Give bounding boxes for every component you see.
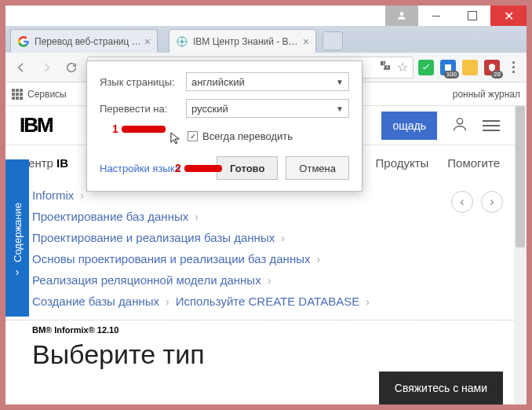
svg-rect-5 [445,64,451,71]
crumb-link[interactable]: Создание базы данных [32,295,159,308]
google-favicon [17,35,30,48]
svg-point-6 [457,118,462,123]
close-button[interactable]: ✕ [490,5,527,26]
product-version-label: BM® Informix® 12.10 [5,320,514,336]
star-icon[interactable]: ☆ [397,60,408,75]
select-value: английский [191,76,245,88]
chevron-right-icon: › [195,210,199,223]
tab-close-icon[interactable]: × [144,35,151,48]
prev-page-button[interactable]: ‹ [451,191,473,213]
chevron-right-icon: › [16,265,20,278]
maximize-button[interactable] [454,5,490,26]
forward-button[interactable] [35,57,57,79]
user-icon[interactable] [451,115,468,136]
scroll-thumb[interactable] [516,106,525,247]
crumb-link[interactable]: Используйте CREATE DATABASE [176,295,359,308]
cancel-button[interactable]: Отмена [286,156,349,180]
page-nav-arrows: ‹ › [451,191,503,213]
tab-strip: Перевод веб-страниц и… × IBM Центр Знани… [5,26,527,53]
bookmark-item-right[interactable]: ронный журнал [453,89,520,100]
apps-label: Сервисы [27,89,67,100]
next-page-button[interactable]: › [481,191,503,213]
reload-button[interactable] [60,57,82,79]
translate-popup: Язык страницы: английский ▼ Перевести на… [86,60,363,192]
tab-google-translate[interactable]: Перевод веб-страниц и… × [10,29,158,53]
chevron-down-icon: ▼ [336,78,344,86]
crumb-link[interactable]: Проектирование и реализация базы данных [32,231,275,244]
extension-blue[interactable]: 100 [440,60,456,75]
translate-to-select[interactable]: русский ▼ [186,99,349,118]
page-language-label: Язык страницы: [100,76,180,88]
crumb-link[interactable]: Реализация реляционной модели данных [32,273,261,287]
crumb-link[interactable]: Informix [32,189,74,202]
tab-close-icon[interactable]: × [303,35,309,48]
apps-shortcut[interactable]: Сервисы [12,89,67,100]
nav-products[interactable]: Продукты [376,156,429,170]
apps-icon [12,89,23,100]
vertical-scrollbar[interactable] [514,106,527,405]
language-settings-link[interactable]: Настройки языка [100,163,180,174]
translate-to-label: Перевести на: [100,103,180,115]
crumb-link[interactable]: Проектирование баз данных [32,210,188,223]
extension-badge: 28 [491,71,503,79]
ibm-primary-button[interactable]: ощадь [381,112,437,140]
page-title: Выберите тип [5,336,514,370]
back-button[interactable] [10,57,32,79]
table-of-contents-tab[interactable]: › Содержание [5,159,29,317]
annotation-2: 2 [175,162,222,174]
extension-icons: 100 28 [418,60,500,75]
chevron-right-icon: › [316,253,320,265]
translate-omnibox-icon[interactable]: 文A [378,60,392,75]
ibm-favicon [176,35,188,48]
always-translate-label: Всегда переводить [202,130,293,142]
extension-badge: 100 [444,71,459,79]
annotation-1: 1 [112,123,166,135]
tab-title: Перевод веб-страниц и… [35,36,141,47]
chevron-right-icon: › [80,189,84,202]
svg-text:文: 文 [382,61,385,65]
done-button[interactable]: Готово [217,156,278,180]
chevron-right-icon: › [166,295,169,308]
minimize-button[interactable] [418,5,454,26]
extension-green[interactable] [418,60,434,75]
window-titlebar: ✕ [5,5,527,26]
tab-ibm-knowledge[interactable]: IBM Центр Знаний - Вы… × [169,29,316,53]
hamburger-icon[interactable] [483,120,500,131]
chevron-right-icon: › [366,295,370,308]
svg-text:A: A [386,65,388,69]
breadcrumb: Informix› Проектирование баз данных› Про… [5,180,514,320]
nav-help[interactable]: Помогите [447,156,500,170]
ibm-logo[interactable]: IBM [20,113,53,137]
toc-label: Содержание [12,203,24,262]
always-translate-checkbox[interactable] [188,131,198,141]
new-tab-button[interactable] [322,31,343,50]
chevron-right-icon: › [268,274,271,287]
extension-yellow[interactable] [462,60,478,75]
tab-title: IBM Центр Знаний - Вы… [193,36,300,47]
extension-red[interactable]: 28 [484,60,500,75]
user-titlebar-button[interactable] [385,5,418,26]
chrome-menu-button[interactable] [505,61,522,73]
contact-us-bar[interactable]: Свяжитесь с нами [379,372,503,405]
chevron-right-icon: › [281,232,285,244]
mouse-cursor-icon [170,132,181,146]
select-value: русский [191,103,228,115]
crumb-link[interactable]: Основы проектирования и реализации баз д… [32,252,310,265]
chevron-down-icon: ▼ [336,104,344,113]
page-language-select[interactable]: английский ▼ [186,72,349,91]
